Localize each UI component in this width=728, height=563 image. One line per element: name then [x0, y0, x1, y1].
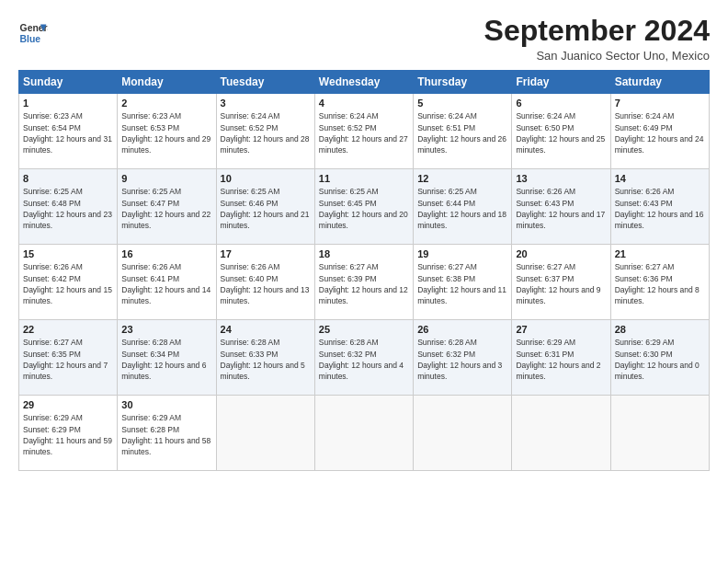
day-cell: 12 Sunrise: 6:25 AMSunset: 6:44 PMDaylig… — [414, 169, 512, 245]
page: General Blue September 2024 San Juanico … — [0, 0, 728, 563]
day-cell: 13 Sunrise: 6:26 AMSunset: 6:43 PMDaylig… — [512, 169, 610, 245]
day-cell: 28 Sunrise: 6:29 AMSunset: 6:30 PMDaylig… — [610, 320, 709, 396]
col-thursday: Thursday — [414, 71, 512, 94]
day-cell: 3 Sunrise: 6:24 AMSunset: 6:52 PMDayligh… — [216, 94, 314, 169]
calendar-table: Sunday Monday Tuesday Wednesday Thursday… — [18, 70, 710, 471]
day-cell: 30 Sunrise: 6:29 AMSunset: 6:28 PMDaylig… — [118, 396, 216, 471]
empty-cell — [610, 396, 709, 471]
col-sunday: Sunday — [19, 71, 118, 94]
day-cell: 17 Sunrise: 6:26 AMSunset: 6:40 PMDaylig… — [216, 245, 314, 320]
day-cell: 25 Sunrise: 6:28 AMSunset: 6:32 PMDaylig… — [314, 320, 413, 396]
empty-cell — [314, 396, 413, 471]
week-row: 1 Sunrise: 6:23 AMSunset: 6:54 PMDayligh… — [19, 94, 710, 169]
empty-cell — [216, 396, 314, 471]
main-title: September 2024 — [484, 15, 710, 47]
day-cell: 11 Sunrise: 6:25 AMSunset: 6:45 PMDaylig… — [314, 169, 413, 245]
week-row: 8 Sunrise: 6:25 AMSunset: 6:48 PMDayligh… — [19, 169, 710, 245]
day-cell: 8 Sunrise: 6:25 AMSunset: 6:48 PMDayligh… — [19, 169, 118, 245]
day-cell: 2 Sunrise: 6:23 AMSunset: 6:53 PMDayligh… — [118, 94, 216, 169]
day-cell: 16 Sunrise: 6:26 AMSunset: 6:41 PMDaylig… — [118, 245, 216, 320]
day-cell: 27 Sunrise: 6:29 AMSunset: 6:31 PMDaylig… — [512, 320, 610, 396]
logo-icon: General Blue — [18, 18, 48, 48]
col-monday: Monday — [118, 71, 216, 94]
day-cell: 5 Sunrise: 6:24 AMSunset: 6:51 PMDayligh… — [414, 94, 512, 169]
day-cell: 18 Sunrise: 6:27 AMSunset: 6:39 PMDaylig… — [314, 245, 413, 320]
empty-cell — [414, 396, 512, 471]
week-row: 29 Sunrise: 6:29 AMSunset: 6:29 PMDaylig… — [19, 396, 710, 471]
day-cell: 29 Sunrise: 6:29 AMSunset: 6:29 PMDaylig… — [19, 396, 118, 471]
day-cell: 1 Sunrise: 6:23 AMSunset: 6:54 PMDayligh… — [19, 94, 118, 169]
day-cell: 21 Sunrise: 6:27 AMSunset: 6:36 PMDaylig… — [610, 245, 709, 320]
day-cell: 10 Sunrise: 6:25 AMSunset: 6:46 PMDaylig… — [216, 169, 314, 245]
subtitle: San Juanico Sector Uno, Mexico — [484, 49, 710, 63]
day-cell: 14 Sunrise: 6:26 AMSunset: 6:43 PMDaylig… — [610, 169, 709, 245]
day-cell: 7 Sunrise: 6:24 AMSunset: 6:49 PMDayligh… — [610, 94, 709, 169]
day-cell: 22 Sunrise: 6:27 AMSunset: 6:35 PMDaylig… — [19, 320, 118, 396]
empty-cell — [512, 396, 610, 471]
header: General Blue September 2024 San Juanico … — [18, 15, 710, 63]
col-friday: Friday — [512, 71, 610, 94]
day-cell: 26 Sunrise: 6:28 AMSunset: 6:32 PMDaylig… — [414, 320, 512, 396]
title-block: September 2024 San Juanico Sector Uno, M… — [484, 15, 710, 63]
col-wednesday: Wednesday — [314, 71, 413, 94]
col-saturday: Saturday — [610, 71, 709, 94]
svg-text:Blue: Blue — [20, 34, 41, 44]
day-cell: 24 Sunrise: 6:28 AMSunset: 6:33 PMDaylig… — [216, 320, 314, 396]
day-cell: 23 Sunrise: 6:28 AMSunset: 6:34 PMDaylig… — [118, 320, 216, 396]
day-cell: 6 Sunrise: 6:24 AMSunset: 6:50 PMDayligh… — [512, 94, 610, 169]
day-cell: 4 Sunrise: 6:24 AMSunset: 6:52 PMDayligh… — [314, 94, 413, 169]
week-row: 22 Sunrise: 6:27 AMSunset: 6:35 PMDaylig… — [19, 320, 710, 396]
header-row: Sunday Monday Tuesday Wednesday Thursday… — [19, 71, 710, 94]
week-row: 15 Sunrise: 6:26 AMSunset: 6:42 PMDaylig… — [19, 245, 710, 320]
col-tuesday: Tuesday — [216, 71, 314, 94]
day-cell: 19 Sunrise: 6:27 AMSunset: 6:38 PMDaylig… — [414, 245, 512, 320]
day-cell: 20 Sunrise: 6:27 AMSunset: 6:37 PMDaylig… — [512, 245, 610, 320]
day-cell: 9 Sunrise: 6:25 AMSunset: 6:47 PMDayligh… — [118, 169, 216, 245]
logo: General Blue — [18, 18, 48, 48]
day-cell: 15 Sunrise: 6:26 AMSunset: 6:42 PMDaylig… — [19, 245, 118, 320]
